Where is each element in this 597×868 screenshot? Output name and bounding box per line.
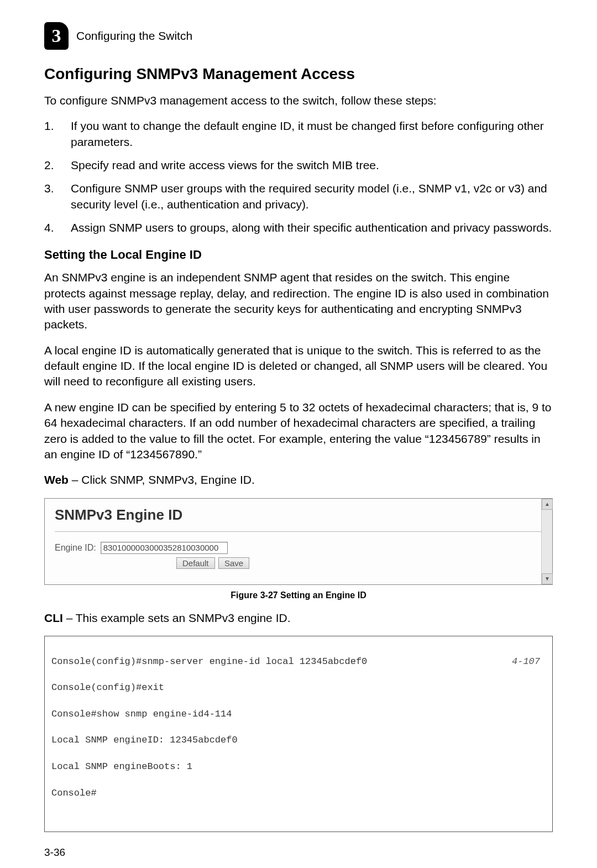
cli-line-6: Console# — [51, 787, 546, 800]
cli-line-1-ref: 4-107 — [512, 655, 546, 668]
steps-list: 1. If you want to change the default eng… — [44, 118, 553, 236]
step-item: 4. Assign SNMP users to groups, along wi… — [44, 220, 553, 236]
figure-caption: Figure 3-27 Setting an Engine ID — [44, 590, 553, 600]
scroll-up-icon[interactable]: ▲ — [542, 499, 553, 510]
scrollbar[interactable]: ▲ ▼ — [541, 499, 552, 584]
paragraph-1: An SNMPv3 engine is an independent SNMP … — [44, 270, 553, 332]
step-item: 1. If you want to change the default eng… — [44, 118, 553, 150]
chapter-title: Configuring the Switch — [76, 29, 192, 43]
step-item: 2. Specify read and write access views f… — [44, 158, 553, 173]
cli-example: Console(config)#snmp-server engine-id lo… — [44, 636, 553, 832]
cli-line-5: Local SNMP engineBoots: 1 — [51, 760, 546, 773]
engine-id-input[interactable] — [101, 542, 228, 554]
paragraph-3: A new engine ID can be specified by ente… — [44, 400, 553, 462]
cli-line-2: Console(config)#exit — [51, 681, 546, 694]
step-number: 2. — [44, 158, 71, 173]
engine-id-label: Engine ID: — [55, 543, 96, 553]
step-number: 4. — [44, 220, 71, 236]
web-instruction: Web – Click SNMP, SNMPv3, Engine ID. — [44, 472, 553, 488]
scroll-down-icon[interactable]: ▼ — [542, 573, 553, 584]
step-text: If you want to change the default engine… — [71, 118, 553, 150]
save-button[interactable]: Save — [218, 557, 249, 569]
step-text: Configure SNMP user groups with the requ… — [71, 181, 553, 212]
cli-instruction: CLI – This example sets an SNMPv3 engine… — [44, 610, 553, 626]
cli-line-3: Console#show snmp engine-id4-114 — [51, 708, 546, 721]
step-number: 1. — [44, 118, 71, 150]
step-number: 3. — [44, 181, 71, 212]
intro-text: To configure SNMPv3 management access to… — [44, 93, 553, 108]
panel-divider — [55, 531, 542, 532]
paragraph-2: A local engine ID is automatically gener… — [44, 343, 553, 390]
step-text: Assign SNMP users to groups, along with … — [71, 220, 552, 236]
cli-line-4: Local SNMP engineID: 12345abcdef0 — [51, 734, 546, 747]
section-heading: Configuring SNMPv3 Management Access — [44, 65, 553, 83]
web-text: – Click SNMP, SNMPv3, Engine ID. — [69, 473, 255, 486]
cli-text: – This example sets an SNMPv3 engine ID. — [63, 611, 291, 624]
page-number: 3-36 — [44, 846, 553, 859]
subheading-engine-id: Setting the Local Engine ID — [44, 248, 553, 262]
chapter-badge: 3 — [44, 22, 69, 50]
ui-screenshot: ▲ ▼ SNMPv3 Engine ID Engine ID: Default … — [44, 498, 553, 585]
step-item: 3. Configure SNMP user groups with the r… — [44, 181, 553, 212]
cli-line-1-cmd: Console(config)#snmp-server engine-id lo… — [51, 655, 367, 668]
cli-label: CLI — [44, 611, 63, 624]
web-label: Web — [44, 473, 69, 486]
default-button[interactable]: Default — [176, 557, 215, 569]
panel-title: SNMPv3 Engine ID — [55, 506, 542, 524]
step-text: Specify read and write access views for … — [71, 158, 379, 173]
page-header: 3 Configuring the Switch — [44, 22, 553, 50]
